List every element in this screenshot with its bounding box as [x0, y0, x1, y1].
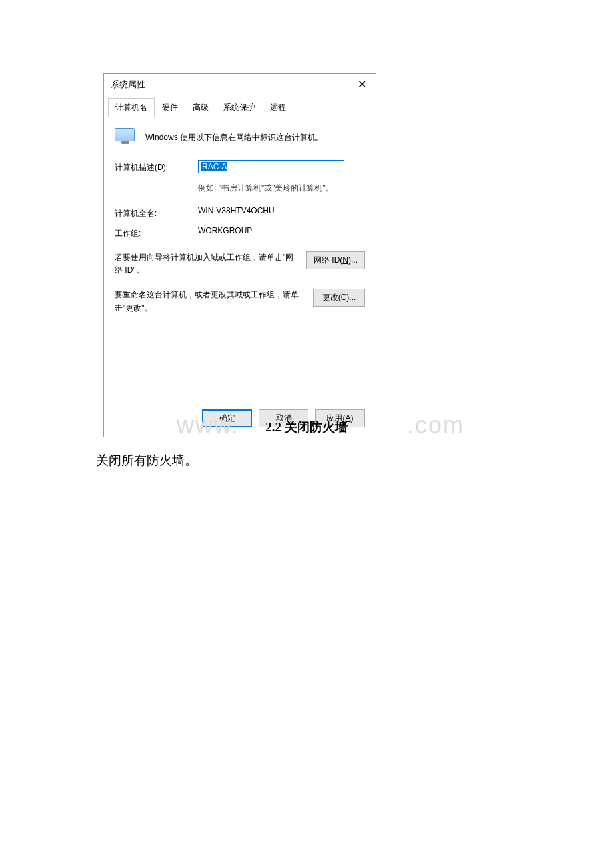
computer-icon: [115, 128, 136, 147]
network-id-button[interactable]: 网络 ID(N)...: [306, 251, 365, 269]
tabs-bar: 计算机名 硬件 高级 系统保护 远程: [104, 97, 376, 117]
intro-text: Windows 使用以下信息在网络中标识这台计算机。: [145, 132, 324, 143]
tab-hardware[interactable]: 硬件: [155, 98, 185, 117]
tab-advanced[interactable]: 高级: [185, 98, 216, 117]
tab-remote[interactable]: 远程: [263, 98, 293, 117]
dialog-title-bar: 系统属性 ✕: [104, 74, 376, 95]
fullname-value: WIN-V38HTV4OCHU: [198, 206, 365, 215]
tab-computer-name[interactable]: 计算机名: [108, 98, 155, 117]
network-id-text: 若要使用向导将计算机加入域或工作组，请单击"网络 ID"。: [115, 251, 299, 277]
change-text: 要重命名这台计算机，或者更改其域或工作组，请单击"更改"。: [115, 289, 305, 314]
workgroup-value: WORKGROUP: [198, 226, 365, 235]
body-text: 关闭所有防火墙。: [96, 452, 197, 469]
workgroup-label: 工作组:: [115, 226, 198, 239]
description-hint: 例如: "书房计算机"或"美玲的计算机"。: [198, 183, 365, 194]
system-properties-dialog: 系统属性 ✕ 计算机名 硬件 高级 系统保护 远程 Windows 使用以下信息…: [103, 73, 376, 437]
dialog-title: 系统属性: [111, 79, 145, 91]
dialog-content: Windows 使用以下信息在网络中标识这台计算机。 计算机描述(D): RAC…: [104, 117, 376, 401]
fullname-label: 计算机全名:: [115, 206, 198, 219]
description-label: 计算机描述(D):: [115, 160, 198, 173]
tab-system-protection[interactable]: 系统保护: [216, 98, 263, 117]
description-input[interactable]: RAC-A: [198, 160, 344, 173]
close-icon[interactable]: ✕: [355, 78, 369, 91]
section-heading: 2.2 关闭防火墙: [0, 419, 613, 436]
change-button[interactable]: 更改(C)...: [313, 289, 365, 307]
